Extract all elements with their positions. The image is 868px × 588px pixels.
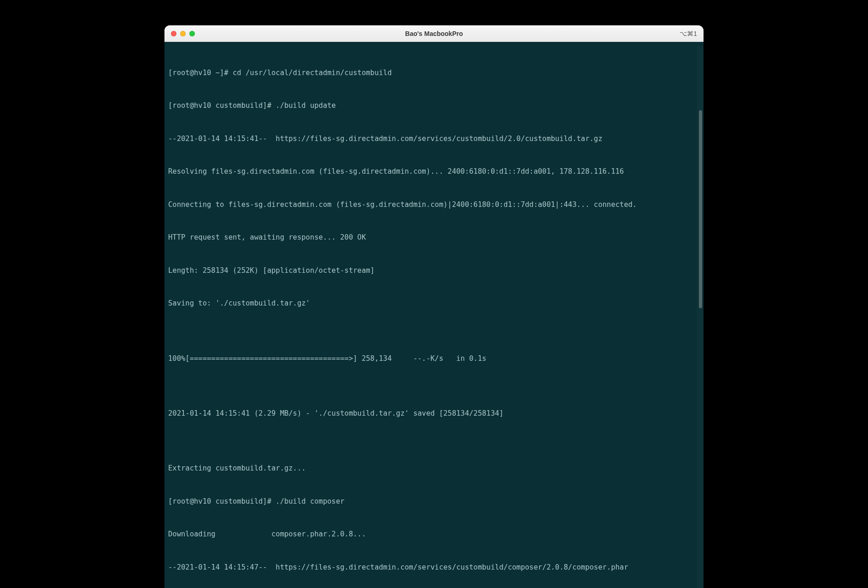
scrollbar-thumb[interactable] [699, 110, 702, 308]
terminal-body[interactable]: [root@hv10 ~]# cd /usr/local/directadmin… [164, 42, 704, 588]
minimize-button[interactable] [180, 31, 186, 36]
terminal-line: Length: 258134 (252K) [application/octet… [168, 265, 697, 276]
terminal-line: [root@hv10 ~]# cd /usr/local/directadmin… [168, 68, 697, 79]
window-title: Bao's MacbookPro [405, 30, 463, 37]
tab-shortcut-indicator: ⌥⌘1 [680, 30, 697, 37]
terminal-line: 100%[===================================… [168, 353, 697, 365]
maximize-button[interactable] [189, 31, 195, 36]
scrollbar-track[interactable] [697, 46, 704, 588]
terminal-line: --2021-01-14 14:15:41-- https://files-sg… [168, 134, 697, 145]
terminal-line: HTTP request sent, awaiting response... … [168, 232, 697, 243]
terminal-line: Downloading composer.phar.2.0.8... [168, 529, 697, 540]
titlebar[interactable]: Bao's MacbookPro ⌥⌘1 [164, 25, 704, 42]
terminal-line: --2021-01-14 14:15:47-- https://files-sg… [168, 562, 697, 573]
terminal-line: [root@hv10 custombuild]# ./build compose… [168, 496, 697, 507]
terminal-line: 2021-01-14 14:15:41 (2.29 MB/s) - './cus… [168, 408, 697, 419]
terminal-window: Bao's MacbookPro ⌥⌘1 [root@hv10 ~]# cd /… [164, 25, 704, 588]
terminal-content[interactable]: [root@hv10 ~]# cd /usr/local/directadmin… [168, 46, 697, 588]
close-button[interactable] [171, 31, 176, 36]
terminal-line: Connecting to files-sg.directadmin.com (… [168, 200, 697, 211]
terminal-line: [root@hv10 custombuild]# ./build update [168, 100, 697, 112]
terminal-line: Resolving files-sg.directadmin.com (file… [168, 166, 697, 177]
traffic-lights [171, 31, 195, 36]
terminal-line: Saving to: './custombuild.tar.gz' [168, 298, 697, 309]
terminal-line: Extracting custombuild.tar.gz... [168, 463, 697, 474]
